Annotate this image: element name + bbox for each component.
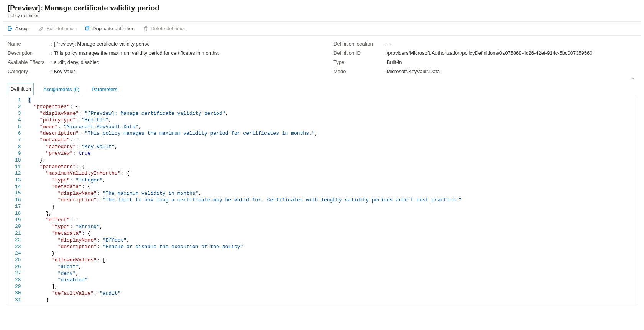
tab-assignments[interactable]: Assignments (0): [41, 83, 82, 95]
svg-rect-1: [86, 27, 88, 30]
trash-icon: [143, 26, 148, 31]
mode-label: Mode: [334, 69, 383, 74]
edit-label: Edit definition: [46, 26, 76, 31]
command-bar: Assign Edit definition Duplicate definit…: [3, 22, 641, 36]
assign-button[interactable]: Assign: [8, 26, 30, 31]
tab-parameters[interactable]: Parameters: [89, 83, 120, 95]
category-value: Key Vault: [54, 69, 75, 74]
delete-definition-button: Delete definition: [143, 26, 186, 31]
pencil-icon: [39, 26, 44, 31]
category-label: Category: [8, 69, 51, 74]
description-label: Description: [8, 50, 51, 56]
assign-icon: [8, 26, 13, 31]
effects-value: audit, deny, disabled: [54, 59, 99, 65]
assign-label: Assign: [15, 26, 30, 31]
definition-id-label: Definition ID: [334, 50, 383, 56]
page-subtitle: Policy definition: [8, 13, 636, 18]
edit-definition-button: Edit definition: [39, 26, 76, 31]
code-body[interactable]: { "properties": { "displayName": "[Previ…: [28, 95, 636, 305]
essentials-panel: Name:[Preview]: Manage certificate valid…: [3, 36, 641, 82]
type-label: Type: [334, 59, 383, 65]
copy-icon: [85, 26, 90, 31]
collapse-essentials-button[interactable]: ︿: [631, 76, 634, 81]
definition-location-value: --: [387, 41, 390, 47]
description-value: This policy manages the maximum validity…: [54, 50, 219, 56]
type-value: Built-in: [387, 59, 402, 65]
name-label: Name: [8, 41, 51, 47]
effects-label: Available Effects: [8, 59, 51, 65]
tab-definition[interactable]: Definition: [8, 83, 34, 95]
definition-location-label: Definition location: [334, 41, 383, 47]
duplicate-definition-button[interactable]: Duplicate definition: [85, 26, 135, 31]
definition-id-value: /providers/Microsoft.Authorization/polic…: [387, 50, 593, 56]
line-gutter: 1234567891011121314151617181920212223242…: [8, 95, 28, 305]
mode-value: Microsoft.KeyVault.Data: [387, 69, 440, 74]
tab-bar: Definition Assignments (0) Parameters: [3, 82, 641, 95]
json-editor[interactable]: 1234567891011121314151617181920212223242…: [8, 95, 636, 305]
page-header: [Preview]: Manage certificate validity p…: [3, 0, 641, 22]
duplicate-label: Duplicate definition: [92, 26, 135, 31]
name-value: [Preview]: Manage certificate validity p…: [54, 41, 150, 47]
page-title: [Preview]: Manage certificate validity p…: [8, 4, 636, 12]
delete-label: Delete definition: [151, 26, 186, 31]
